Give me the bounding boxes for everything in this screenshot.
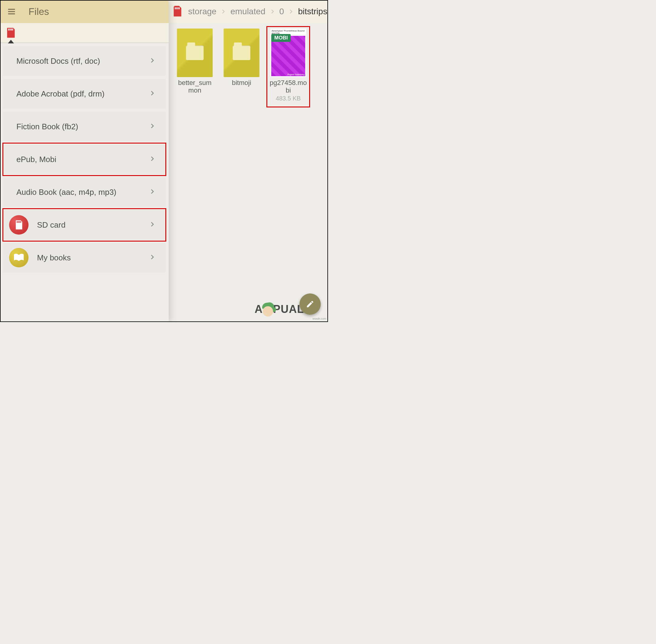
- chevron-right-icon: [149, 188, 155, 196]
- svg-rect-6: [11, 28, 12, 30]
- item-label: ePub, Mobi: [16, 155, 56, 164]
- chevron-right-icon: [149, 123, 155, 130]
- file-mobi[interactable]: Aeschylus' Prometheus Bound and the MOBI…: [269, 28, 308, 102]
- breadcrumb-bitstrips[interactable]: bitstrips: [298, 7, 327, 16]
- folder-better-summon[interactable]: better_summon: [175, 28, 214, 102]
- drawer-list: Microsoft Docs (rtf, doc) Adobe Acrobat …: [0, 43, 169, 276]
- file-name: bitmoji: [232, 79, 251, 87]
- item-microsoft-docs[interactable]: Microsoft Docs (rtf, doc): [3, 46, 166, 76]
- chevron-right-icon: [220, 7, 226, 16]
- svg-rect-11: [20, 221, 21, 223]
- breadcrumb-0[interactable]: 0: [279, 7, 284, 16]
- breadcrumb: storage emulated 0 bitstrips: [188, 7, 327, 16]
- item-label: SD card: [37, 220, 66, 230]
- file-size: 483.5 KB: [276, 95, 301, 102]
- folder-bitmoji[interactable]: bitmoji: [222, 28, 261, 102]
- drawer-header: Files: [0, 0, 169, 23]
- item-audio-book[interactable]: Audio Book (aac, m4p, mp3): [3, 177, 166, 207]
- chevron-right-icon: [149, 90, 155, 97]
- mobi-badge: MOBI: [271, 34, 291, 42]
- hamburger-icon[interactable]: [4, 4, 19, 19]
- mascot-icon: [261, 302, 274, 317]
- drawer-title: Files: [28, 6, 49, 17]
- svg-rect-2: [178, 7, 179, 9]
- sdcard-icon: [9, 215, 28, 235]
- svg-rect-4: [8, 28, 9, 30]
- breadcrumb-emulated[interactable]: emulated: [230, 7, 265, 16]
- folder-icon: [177, 28, 213, 77]
- item-adobe-acrobat[interactable]: Adobe Acrobat (pdf, drm): [3, 79, 166, 109]
- chevron-right-icon: [149, 156, 155, 163]
- svg-rect-0: [175, 7, 176, 9]
- item-label: Fiction Book (fb2): [16, 122, 78, 132]
- folder-icon: [224, 28, 259, 77]
- item-my-books[interactable]: My books: [3, 243, 166, 273]
- item-label: Adobe Acrobat (pdf, drm): [16, 89, 104, 99]
- file-name: pg27458.mobi: [269, 79, 308, 94]
- svg-rect-9: [18, 221, 19, 223]
- svg-rect-7: [12, 28, 13, 30]
- item-label: My books: [37, 253, 71, 262]
- chevron-right-icon: [149, 221, 155, 229]
- svg-rect-5: [10, 28, 10, 30]
- book-icon: [9, 248, 28, 267]
- chevron-right-icon: [149, 254, 155, 261]
- sdcard-icon: [173, 6, 182, 17]
- credit-text: wsxdn.com: [312, 317, 326, 320]
- item-sd-card[interactable]: SD card: [3, 210, 166, 240]
- svg-rect-3: [179, 7, 180, 9]
- active-tab-indicator: [8, 40, 14, 43]
- breadcrumb-storage[interactable]: storage: [188, 7, 216, 16]
- item-label: Audio Book (aac, m4p, mp3): [16, 188, 117, 197]
- svg-rect-1: [176, 7, 177, 9]
- drawer-tabs: [0, 23, 169, 43]
- item-epub-mobi[interactable]: ePub, Mobi: [3, 144, 166, 174]
- svg-rect-10: [19, 221, 20, 223]
- chevron-right-icon: [149, 58, 155, 65]
- chevron-right-icon: [288, 7, 294, 16]
- item-fiction-book[interactable]: Fiction Book (fb2): [3, 112, 166, 141]
- chevron-right-icon: [270, 7, 275, 16]
- tab-sdcard[interactable]: [0, 23, 22, 43]
- item-label: Microsoft Docs (rtf, doc): [16, 56, 100, 66]
- navigation-drawer: Files Microsoft Docs (rtf, doc) Adobe Ac…: [0, 0, 169, 322]
- svg-rect-8: [17, 221, 18, 223]
- edit-fab[interactable]: [300, 294, 321, 315]
- file-name: better_summon: [175, 79, 214, 94]
